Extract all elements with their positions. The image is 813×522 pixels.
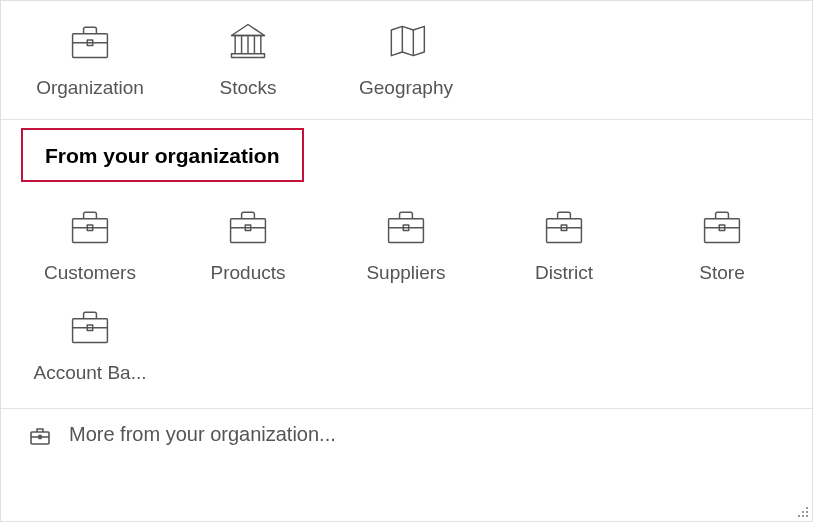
briefcase-icon [29,424,51,446]
item-label: Store [699,262,744,284]
item-label: Customers [44,262,136,284]
briefcase-icon [542,204,586,248]
item-label: Stocks [219,77,276,99]
item-label: Organization [36,77,144,99]
briefcase-icon [226,204,270,248]
bank-icon [226,19,270,63]
item-account-balance[interactable]: Account Ba... [11,296,169,396]
top-row: Organization Stocks Geography [1,1,812,111]
item-district[interactable]: District [485,196,643,296]
section-header: From your organization [21,128,304,182]
briefcase-icon [68,304,112,348]
item-label: Geography [359,77,453,99]
footer-link-label: More from your organization... [69,423,336,446]
briefcase-icon [384,204,428,248]
divider [1,119,812,120]
resize-grip-icon[interactable] [796,505,808,517]
item-organization[interactable]: Organization [11,11,169,111]
briefcase-icon [68,204,112,248]
more-from-organization-link[interactable]: More from your organization... [1,408,812,460]
item-store[interactable]: Store [643,196,801,296]
org-row: Customers Products Suppliers District St… [1,186,812,396]
item-customers[interactable]: Customers [11,196,169,296]
item-products[interactable]: Products [169,196,327,296]
item-suppliers[interactable]: Suppliers [327,196,485,296]
item-label: Products [211,262,286,284]
map-icon [384,19,428,63]
item-label: Account Ba... [33,362,146,384]
briefcase-icon [68,19,112,63]
item-geography[interactable]: Geography [327,11,485,111]
item-label: District [535,262,593,284]
item-label: Suppliers [366,262,445,284]
top-section: Organization Stocks Geography [1,1,812,111]
briefcase-icon [700,204,744,248]
item-stocks[interactable]: Stocks [169,11,327,111]
